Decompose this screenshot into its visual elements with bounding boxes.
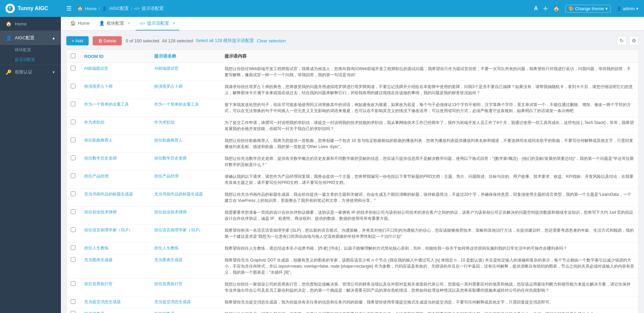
row-prompt-name-14[interactable]: 担任销售员 [150,308,220,313]
row-checkbox-13[interactable] [67,296,80,308]
row-room-id-7[interactable]: 充当书画作品的标题生成器 [80,189,150,207]
table-row: 担任歌曲推荐人 担任歌曲推荐人 我想让你担任歌曲推荐人，我将为您提供一首歌曲，您… [67,135,638,153]
palette-icon: 🎨 [568,6,574,11]
row-checkbox-6[interactable] [67,171,80,189]
row-prompt-content-2: 接下来我发送给您的句子，你应尽可能多地使用同义词替换其中的词语，例如避免改为规避… [221,99,638,117]
user-menu-button[interactable]: 👤 admin ▾ [616,6,639,11]
row-checkbox-2[interactable] [67,99,80,117]
row-room-id-3[interactable]: 作为求职信 [80,117,150,135]
row-checkbox-10[interactable] [67,243,80,254]
tab-module-close[interactable]: ✕ [128,21,130,25]
row-prompt-name-1[interactable]: 扮演塔罗占卜师 [150,81,220,99]
row-room-id-9[interactable]: 担任语言病理学家（SLP） [80,225,150,243]
row-checkbox-3[interactable] [67,117,80,135]
table-row: 担任销售员 担任销售员 我想让你做销售员，试着向我推销一些东西，但是让你试图推销… [67,308,638,313]
tab-home[interactable]: 🏠 Home [66,17,94,30]
row-prompt-content-12: 我想让你担任一家假设公司的首席执行官，您负责制定战略决策、管理公司的财务业绩以及… [221,278,638,296]
auth-chevron-icon: ▼ [52,70,55,74]
breadcrumb-home-icon: 🏠 [77,6,83,11]
row-room-id-8[interactable]: 担任创业技术律师 [80,207,150,225]
row-prompt-name-6[interactable]: 担任产品经理 [150,171,220,189]
row-checkbox-9[interactable] [67,225,80,243]
row-prompt-name-7[interactable]: 充当书画作品的标题生成器 [150,189,220,207]
row-room-id-14[interactable]: 担任销售员 [80,308,150,313]
logo-icon: T [5,4,15,13]
row-room-id-6[interactable]: 担任产品经理 [80,171,150,189]
sidebar: 🏠 Home 👤 AIGC配置 ▲ 模块配置 提示语配置 🔑 权限认证 ▼ [0,17,61,313]
row-prompt-name-4[interactable]: 担任歌曲推荐人 [150,135,220,153]
row-checkbox-14[interactable] [67,308,80,313]
breadcrumb-home[interactable]: Home [85,6,97,11]
row-prompt-name-0[interactable]: AI前端面试官 [150,63,220,81]
home-icon[interactable]: 🏠 [553,5,560,12]
row-prompt-content-3: 为了提交工作申请，请撰写一封说明我的求职信，请提交一封说明我的技术技能的求职信，… [221,117,638,135]
row-room-id-12[interactable]: 担任首席执行官 [80,278,150,296]
tab-module[interactable]: 👤 模块配置 ✕ [95,17,134,30]
row-room-id-2[interactable]: 作为一个简单的去重工具 [80,99,150,117]
row-checkbox-12[interactable] [67,278,80,296]
logo-area: T Tunny AIGC [5,4,66,13]
row-prompt-name-13[interactable]: 充当提交消息生成器 [150,296,220,308]
selected-count: 0 of 100 selected [126,38,159,43]
select-all-checkbox[interactable] [71,54,75,58]
refresh-button[interactable]: ↻ [617,36,626,45]
row-prompt-name-9[interactable]: 担任语言病理学家（SLP） [150,225,220,243]
add-button[interactable]: + Add [66,36,89,45]
row-prompt-content-0: 我想让你担任Web前端开发工程师面试官，我将成为候选人，您将向我询问Web前端开… [221,63,638,81]
row-room-id-4[interactable]: 担任歌曲推荐人 [80,135,150,153]
table-row: 充当图表生成器 充当图表生成器 我希望你充当 Graphviz DOT 生成器，… [67,254,638,278]
row-prompt-name-12[interactable]: 担任首席执行官 [150,278,220,296]
row-room-id-13[interactable]: 充当提交消息生成器 [80,296,150,308]
row-prompt-content-13: 我希望你充当提交消息生成器，我为你提供有关任务的信息和任务代码的前缀，我希望你使… [221,296,638,308]
row-prompt-name-11[interactable]: 充当图表生成器 [150,254,220,278]
tab-home-icon: 🏠 [70,21,76,26]
auth-icon: 🔑 [5,69,12,75]
row-prompt-name-2[interactable]: 作为一个简单的去重工具 [150,99,220,117]
row-room-id-10[interactable]: 担任人生教练 [80,243,150,254]
grid-icon[interactable]: ✛ [543,5,548,12]
chevron-down-icon: ▾ [605,6,608,11]
settings-button[interactable]: ⚙ [629,36,639,45]
row-checkbox-1[interactable] [67,81,80,99]
breadcrumb-prompt[interactable]: 提示语配置 [142,5,164,12]
top-right-actions: A ✛ 🏠 🎨 Change theme ▾ 👤 admin ▾ [534,5,639,13]
sidebar-item-auth[interactable]: 🔑 权限认证 ▼ [0,65,61,79]
table-row: 担任产品经理 担任产品经理 请确认我的以下请求，请您作为产品经理回复我，我将会提… [67,171,638,189]
row-checkbox-8[interactable] [67,207,80,225]
row-checkbox-7[interactable] [67,189,80,207]
row-room-id-0[interactable]: AI前端面试官 [80,63,150,81]
tab-module-label: 模块配置 [107,20,124,26]
row-prompt-name-5[interactable]: 担任数学历史老师 [150,153,220,171]
row-prompt-name-10[interactable]: 担任人生教练 [150,243,220,254]
change-theme-button[interactable]: 🎨 Change theme ▾ [565,5,611,13]
table-row: 充当提交消息生成器 充当提交消息生成器 我希望你充当提交消息生成器，我为你提供有… [67,296,638,308]
row-checkbox-5[interactable] [67,153,80,171]
change-theme-label: Change theme [575,6,604,11]
data-table: ROOM ID 提示语名称 提示语内容 AI前端面试官 AI前端面试官 我想让你… [66,49,639,313]
clear-selection-link[interactable]: Clear selection [257,38,286,43]
row-room-id-1[interactable]: 扮演塔罗占卜师 [80,81,150,99]
tab-prompt-close[interactable]: ✕ [172,21,175,25]
sidebar-sub-module[interactable]: 模块配置 [0,45,61,55]
row-prompt-content-11: 我希望你充当 Graphviz DOT 生成器，创建有意义的图表的专家，该图应该… [221,254,638,278]
row-checkbox-0[interactable] [67,63,80,81]
row-prompt-name-8[interactable]: 担任创业技术律师 [150,207,220,225]
row-checkbox-11[interactable] [67,254,80,278]
table-row: 担任创业技术律师 担任创业技术律师 我需要要求您准备一页纸的设计合伙伙伴协议摘要… [67,207,638,225]
row-checkbox-4[interactable] [67,135,80,153]
aigc-chevron-icon: ▲ [52,36,55,40]
user-chevron-icon: ▾ [636,6,639,11]
select-all-link[interactable]: Select all 128 模块提示语配置 [196,38,254,44]
breadcrumb-aigc[interactable]: AIGC配置 [109,5,129,12]
sidebar-sub-prompt[interactable]: 提示语配置 [0,55,61,65]
delete-button[interactable]: 🗑 Delete [93,36,122,45]
tab-prompt[interactable]: </> 提示语配置 ✕ [136,17,179,30]
font-icon[interactable]: A [534,5,538,12]
main-content: 🏠 Home 👤 模块配置 ✕ </> 提示语配置 ✕ + Add 🗑 Dele… [61,17,644,313]
row-room-id-11[interactable]: 充当图表生成器 [80,254,150,278]
row-room-id-5[interactable]: 担任数学历史老师 [80,153,150,171]
sidebar-item-aigc[interactable]: 👤 AIGC配置 ▲ [0,31,61,45]
sidebar-item-home[interactable]: 🏠 Home [0,17,61,30]
hamburger-icon[interactable]: ☰ [66,5,72,12]
row-prompt-name-3[interactable]: 作为求职信 [150,117,220,135]
